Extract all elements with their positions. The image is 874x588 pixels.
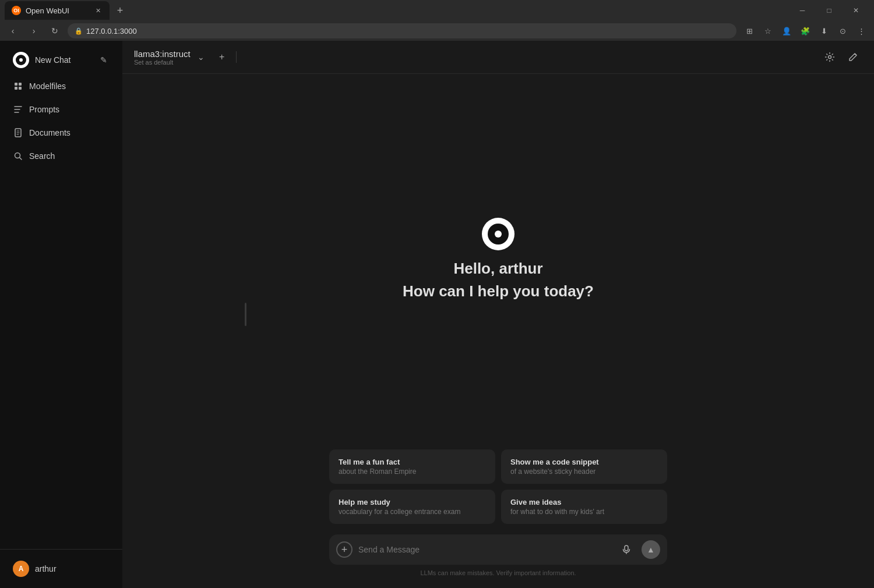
- app-logo: [13, 52, 29, 68]
- header-divider: [236, 51, 237, 63]
- resize-handle[interactable]: [245, 303, 246, 326]
- logo-dot: [19, 58, 23, 62]
- model-chevron-down-icon[interactable]: ⌄: [194, 50, 208, 64]
- sidebar-bottom: A arthur: [0, 549, 122, 583]
- main-content: llama3:instruct Set as default ⌄ +: [122, 41, 874, 588]
- window-controls: ─ □ ✕: [789, 2, 869, 19]
- sidebar: New Chat ✎ Modelfiles Pr: [0, 41, 122, 588]
- microphone-button[interactable]: [617, 540, 636, 559]
- documents-icon: [13, 127, 23, 138]
- profile-button[interactable]: 👤: [778, 23, 795, 39]
- suggestion-subtitle-4: for what to do with my kids' art: [510, 508, 658, 516]
- suggestion-subtitle-2: of a website's sticky header: [510, 467, 658, 476]
- sidebar-item-documents[interactable]: Documents: [3, 122, 119, 144]
- model-info: llama3:instruct Set as default: [134, 49, 191, 66]
- disclaimer-text: LLMs can make mistakes. Verify important…: [420, 569, 576, 576]
- modelfiles-icon: [13, 81, 23, 91]
- welcome-greeting: Hello, arthur: [453, 260, 542, 278]
- tab-close-button[interactable]: ✕: [93, 6, 103, 15]
- suggestion-card-4[interactable]: Give me ideas for what to do with my kid…: [501, 490, 667, 524]
- suggestion-cards: Tell me a fun fact about the Roman Empir…: [329, 449, 667, 524]
- suggestion-subtitle-3: vocabulary for a college entrance exam: [339, 508, 486, 516]
- message-input-wrapper: + ▲: [329, 534, 667, 565]
- bookmark-button[interactable]: ☆: [760, 23, 776, 39]
- new-chat-edit-icon[interactable]: [844, 48, 862, 66]
- user-icon[interactable]: ⊙: [834, 23, 851, 39]
- tab-favicon: OI: [12, 6, 21, 15]
- suggestion-subtitle-1: about the Roman Empire: [339, 467, 486, 476]
- documents-label: Documents: [29, 128, 71, 137]
- svg-rect-2: [15, 87, 17, 90]
- tab-title: Open WebUI: [26, 6, 69, 15]
- new-chat-button[interactable]: New Chat ✎: [3, 46, 119, 74]
- extensions-button[interactable]: 🧩: [797, 23, 813, 39]
- welcome-logo: [482, 218, 514, 250]
- svg-rect-3: [19, 87, 22, 90]
- close-button[interactable]: ✕: [843, 2, 869, 19]
- suggestion-card-1[interactable]: Tell me a fun fact about the Roman Empir…: [329, 449, 495, 484]
- menu-button[interactable]: ⋮: [853, 23, 869, 39]
- welcome-subtitle: How can I help you today?: [403, 282, 594, 300]
- translate-button[interactable]: ⊞: [741, 23, 757, 39]
- username-label: arthur: [35, 564, 57, 573]
- forward-button[interactable]: ›: [26, 23, 42, 39]
- attach-button[interactable]: +: [336, 541, 353, 558]
- download-button[interactable]: ⬇: [816, 23, 832, 39]
- suggestion-card-3[interactable]: Help me study vocabulary for a college e…: [329, 490, 495, 524]
- address-text: 127.0.0.1:3000: [86, 27, 137, 36]
- address-bar[interactable]: 🔒 127.0.0.1:3000: [68, 23, 736, 38]
- avatar: A: [13, 561, 29, 577]
- logo-inner: [16, 55, 26, 65]
- sidebar-item-modelfiles[interactable]: Modelfiles: [3, 75, 119, 97]
- settings-icon[interactable]: [820, 48, 839, 66]
- lock-icon: 🔒: [75, 27, 83, 35]
- browser-controls: ‹ › ↻ 🔒 127.0.0.1:3000 ⊞ ☆ 👤 🧩 ⬇ ⊙ ⋮: [0, 21, 874, 41]
- model-name: llama3:instruct: [134, 49, 191, 59]
- send-button[interactable]: ▲: [642, 540, 660, 559]
- tab-bar: OI Open WebUI ✕ + ─ □ ✕: [0, 0, 874, 21]
- svg-rect-0: [15, 83, 17, 86]
- active-tab[interactable]: OI Open WebUI ✕: [5, 1, 110, 20]
- maximize-button[interactable]: □: [816, 2, 843, 19]
- back-button[interactable]: ‹: [5, 23, 21, 39]
- browser-chrome: OI Open WebUI ✕ + ─ □ ✕ ‹ › ↻ 🔒 127.0.0.…: [0, 0, 874, 41]
- prompts-label: Prompts: [29, 105, 59, 114]
- header-actions: [820, 48, 862, 66]
- suggestion-title-3: Help me study: [339, 498, 486, 506]
- modelfiles-label: Modelfiles: [29, 82, 66, 91]
- message-input[interactable]: [358, 545, 611, 554]
- chat-area: Hello, arthur How can I help you today?: [122, 74, 874, 444]
- suggestion-title-2: Show me a code snippet: [510, 458, 658, 466]
- suggestion-card-2[interactable]: Show me a code snippet of a website's st…: [501, 449, 667, 484]
- sidebar-item-prompts[interactable]: Prompts: [3, 98, 119, 121]
- search-icon: [13, 151, 23, 161]
- app: New Chat ✎ Modelfiles Pr: [0, 41, 874, 588]
- input-area: Tell me a fun fact about the Roman Empir…: [122, 444, 874, 588]
- svg-rect-7: [625, 546, 628, 551]
- svg-point-6: [829, 56, 831, 59]
- minimize-button[interactable]: ─: [789, 2, 816, 19]
- suggestion-title-1: Tell me a fun fact: [339, 458, 486, 466]
- main-header: llama3:instruct Set as default ⌄ +: [122, 41, 874, 74]
- search-label: Search: [29, 151, 55, 161]
- sidebar-item-search[interactable]: Search: [3, 145, 119, 167]
- add-model-button[interactable]: +: [213, 48, 231, 66]
- edit-icon[interactable]: ✎: [98, 53, 110, 67]
- new-tab-button[interactable]: +: [112, 2, 128, 19]
- model-subtitle: Set as default: [134, 59, 191, 66]
- svg-rect-1: [19, 83, 22, 86]
- refresh-button[interactable]: ↻: [47, 23, 63, 39]
- prompts-icon: [13, 104, 23, 115]
- welcome-logo-inner: [488, 224, 509, 245]
- user-profile-button[interactable]: A arthur: [3, 555, 119, 583]
- welcome-logo-dot: [495, 231, 502, 238]
- model-selector[interactable]: llama3:instruct Set as default ⌄: [134, 49, 208, 66]
- suggestion-title-4: Give me ideas: [510, 498, 658, 506]
- new-chat-left: New Chat: [13, 52, 71, 68]
- browser-actions: ⊞ ☆ 👤 🧩 ⬇ ⊙ ⋮: [741, 23, 869, 39]
- new-chat-label: New Chat: [35, 55, 71, 65]
